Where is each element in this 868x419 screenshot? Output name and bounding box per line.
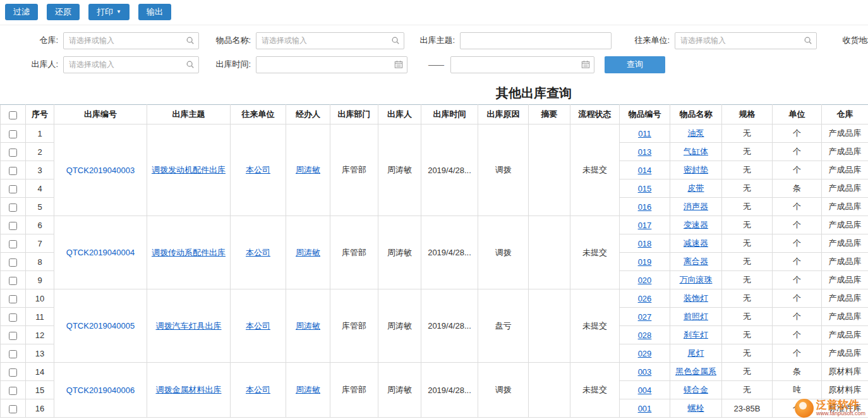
item-code-cell: 028 — [620, 326, 670, 344]
column-header: 单位 — [773, 105, 822, 124]
handler-link[interactable]: 周涛敏 — [296, 321, 320, 331]
counterparty-link[interactable]: 本公司 — [246, 248, 270, 257]
outbound-time-start-input[interactable] — [256, 56, 407, 73]
outbound-reason-cell: 盘亏 — [478, 289, 529, 363]
calendar-icon[interactable] — [394, 60, 403, 69]
row-checkbox[interactable] — [9, 277, 17, 285]
item-name-input[interactable] — [256, 32, 404, 49]
outbound-subject-input[interactable] — [460, 32, 612, 49]
counterparty-link[interactable]: 本公司 — [246, 321, 270, 331]
row-checkbox[interactable] — [9, 295, 17, 303]
handler-cell: 周涛敏 — [286, 216, 330, 289]
row-checkbox[interactable] — [9, 258, 17, 267]
item-name-link[interactable]: 尾灯 — [688, 348, 704, 358]
item-code-cell: 001 — [620, 399, 670, 418]
item-code-link[interactable]: 014 — [638, 166, 652, 175]
row-checkbox[interactable] — [9, 203, 17, 212]
row-select-cell — [1, 381, 26, 399]
row-checkbox[interactable] — [9, 240, 17, 248]
counterparty-input[interactable] — [675, 32, 817, 49]
print-button[interactable]: 打印 ▼ — [88, 4, 130, 20]
handler-link[interactable]: 周涛敏 — [296, 385, 320, 394]
outbound-subject-link[interactable]: 调拨金属材料出库 — [156, 385, 222, 394]
row-checkbox[interactable] — [9, 368, 17, 377]
outbound-subject-link[interactable]: 调拨传动系配件出库 — [152, 248, 226, 257]
item-name-cell: 黑色金属系 — [670, 363, 722, 381]
item-spec-cell: 无 — [722, 271, 773, 289]
item-spec-cell: 无 — [722, 234, 773, 253]
warehouse-input[interactable] — [63, 32, 199, 49]
search-icon[interactable] — [804, 36, 812, 45]
row-checkbox[interactable] — [9, 313, 17, 322]
search-icon[interactable] — [391, 36, 400, 45]
item-name-link[interactable]: 变速器 — [684, 220, 708, 229]
row-checkbox[interactable] — [9, 350, 17, 358]
item-code-link[interactable]: 027 — [638, 312, 652, 322]
export-button[interactable]: 输出 — [138, 4, 171, 20]
item-code-link[interactable]: 003 — [638, 367, 652, 377]
item-name-link[interactable]: 减速器 — [684, 238, 708, 248]
counterparty-link[interactable]: 本公司 — [246, 165, 270, 174]
outbound-subject-link[interactable]: 调拨汽车灯具出库 — [156, 321, 222, 331]
item-name-link[interactable]: 螺栓 — [688, 403, 704, 413]
handler-link[interactable]: 周涛敏 — [296, 165, 320, 174]
item-warehouse-cell: 原材料库 — [822, 381, 868, 399]
counterparty-cell: 本公司 — [231, 216, 286, 289]
item-name-link[interactable]: 前照灯 — [684, 312, 708, 321]
column-header: 出库人 — [378, 105, 421, 124]
item-name-link[interactable]: 装饰灯 — [684, 293, 708, 303]
item-name-link[interactable]: 万向滚珠 — [680, 275, 713, 284]
outbound-time-end-input[interactable] — [450, 56, 594, 73]
item-code-link[interactable]: 018 — [638, 239, 652, 248]
row-checkbox[interactable] — [9, 405, 17, 413]
row-checkbox[interactable] — [9, 185, 17, 193]
counterparty-cell: 本公司 — [231, 363, 286, 418]
outbound-code-link[interactable]: QTCK2019040005 — [66, 321, 135, 331]
row-checkbox[interactable] — [9, 222, 17, 230]
calendar-icon[interactable] — [581, 60, 590, 69]
item-code-link[interactable]: 019 — [638, 257, 652, 267]
outbound-code-link[interactable]: QTCK2019040004 — [66, 248, 135, 257]
item-name-link[interactable]: 气缸体 — [684, 147, 708, 156]
row-checkbox[interactable] — [9, 387, 17, 395]
row-checkbox[interactable] — [9, 332, 17, 340]
item-code-link[interactable]: 013 — [638, 147, 652, 157]
item-code-link[interactable]: 020 — [638, 276, 652, 285]
search-icon[interactable] — [186, 36, 195, 45]
outbound-time-label: 出库时间: — [199, 59, 256, 70]
item-name-link[interactable]: 消声器 — [684, 202, 708, 211]
outbound-code-link[interactable]: QTCK2019040006 — [66, 386, 135, 395]
item-name-link[interactable]: 油泵 — [688, 128, 704, 138]
counterparty-link[interactable]: 本公司 — [246, 385, 270, 394]
item-name-link[interactable]: 镁合金 — [684, 385, 708, 394]
item-code-link[interactable]: 017 — [638, 221, 652, 230]
row-checkbox[interactable] — [9, 167, 17, 175]
item-code-link[interactable]: 016 — [638, 202, 652, 212]
outbound-subject-link[interactable]: 调拨发动机配件出库 — [152, 165, 226, 174]
item-name-link[interactable]: 皮带 — [688, 183, 704, 193]
row-checkbox[interactable] — [9, 130, 17, 138]
item-warehouse-cell: 产成品库 — [822, 161, 868, 179]
restore-button[interactable]: 还原 — [47, 4, 80, 20]
outbound-person-input[interactable] — [63, 56, 199, 73]
item-code-link[interactable]: 015 — [638, 184, 652, 193]
row-checkbox[interactable] — [9, 149, 17, 157]
item-code-link[interactable]: 004 — [638, 386, 652, 395]
query-button[interactable]: 查询 — [605, 56, 665, 73]
item-code-link[interactable]: 011 — [638, 129, 651, 138]
outbound-code-link[interactable]: QTCK2019040003 — [66, 166, 135, 175]
item-code-link[interactable]: 001 — [638, 404, 652, 413]
item-name-link[interactable]: 黑色金属系 — [675, 367, 716, 376]
item-name-link[interactable]: 离合器 — [684, 257, 708, 266]
column-header: 物品名称 — [670, 105, 722, 124]
item-code-link[interactable]: 028 — [638, 331, 652, 340]
item-name-link[interactable]: 刹车灯 — [684, 330, 708, 339]
search-icon[interactable] — [186, 60, 195, 69]
item-code-link[interactable]: 029 — [638, 349, 652, 358]
select-all-checkbox[interactable] — [9, 111, 17, 119]
filter-button[interactable]: 过滤 — [5, 4, 38, 20]
item-code-link[interactable]: 026 — [638, 294, 652, 303]
item-name-link[interactable]: 密封垫 — [684, 165, 708, 174]
item-name-cell: 装饰灯 — [670, 289, 722, 308]
handler-link[interactable]: 周涛敏 — [296, 248, 320, 257]
